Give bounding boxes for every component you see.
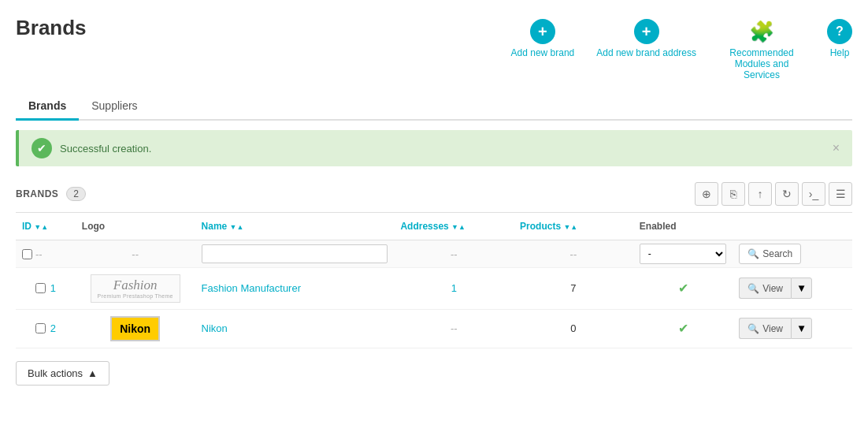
add-brand-icon: +	[530, 19, 555, 44]
col-header-id: ID ▼▲	[16, 213, 76, 240]
recommended-label: Recommended Modules and Services	[718, 47, 805, 80]
help-icon: ?	[827, 19, 852, 44]
close-banner-button[interactable]: ×	[833, 141, 840, 155]
row2-id-cell: 2	[16, 309, 76, 348]
name-sort-icon: ▼▲	[230, 223, 244, 231]
nikon-logo: Nikon	[110, 316, 160, 341]
bulk-caret-icon: ▲	[87, 367, 98, 379]
add-row-button[interactable]: ⊕	[695, 182, 718, 206]
terminal-button[interactable]: ›_	[802, 182, 825, 206]
row2-actions: 🔍 View ▼	[733, 309, 852, 348]
row1-addresses[interactable]: 1	[394, 268, 514, 310]
col-header-products: Products ▼▲	[514, 213, 633, 240]
row1-view-dropdown[interactable]: ▼	[791, 278, 812, 299]
row2-enabled: ✔	[633, 309, 733, 348]
filter-search-cell: 🔍 Search	[733, 240, 852, 268]
recommended-modules-button[interactable]: 🧩 Recommended Modules and Services	[718, 19, 805, 80]
success-banner: ✔ Successful creation. ×	[16, 130, 852, 166]
col-header-logo: Logo	[76, 213, 195, 240]
table-row: 1 Fashion Premium Prestashop Theme Fashi…	[16, 268, 852, 310]
col-header-addresses: Addresses ▼▲	[394, 213, 514, 240]
filter-addresses-cell: --	[394, 240, 514, 268]
row1-view-button[interactable]: 🔍 View	[739, 278, 791, 299]
products-sort-icon: ▼▲	[563, 223, 577, 231]
upload-button[interactable]: ↑	[748, 182, 772, 206]
row2-view-dropdown[interactable]: ▼	[791, 318, 812, 339]
row1-actions: 🔍 View ▼	[733, 268, 852, 310]
row1-id-cell: 1	[16, 268, 76, 310]
select-all-checkbox[interactable]	[22, 249, 32, 259]
search-label: Search	[762, 248, 792, 259]
col-header-actions	[733, 213, 852, 240]
row1-logo-cell: Fashion Premium Prestashop Theme	[76, 268, 195, 310]
table-title: BRANDS	[16, 188, 58, 199]
filter-name-cell	[195, 240, 395, 268]
table-header: BRANDS 2 ⊕ ⎘ ↑ ↻ ›_ ☰	[16, 176, 852, 213]
filter-enabled-cell: - Yes No	[633, 240, 733, 268]
add-new-brand-button[interactable]: + Add new brand	[511, 19, 575, 58]
search-icon: 🔍	[747, 248, 759, 259]
col-header-name: Name ▼▲	[195, 213, 395, 240]
filter-id-cell: --	[16, 240, 76, 268]
view-icon: 🔍	[747, 283, 759, 294]
help-button[interactable]: ? Help	[827, 19, 852, 58]
tab-brands[interactable]: Brands	[16, 93, 79, 121]
bulk-actions-label: Bulk actions	[28, 367, 83, 379]
columns-button[interactable]: ☰	[829, 182, 852, 206]
add-address-label: Add new brand address	[596, 47, 696, 58]
row2-addresses: --	[394, 309, 514, 348]
tab-suppliers[interactable]: Suppliers	[79, 93, 150, 121]
filter-logo-cell: --	[76, 240, 195, 268]
help-label: Help	[830, 47, 850, 58]
table-toolbar: ⊕ ⎘ ↑ ↻ ›_ ☰	[695, 182, 852, 206]
row2-view-button[interactable]: 🔍 View	[739, 318, 791, 339]
top-actions: + Add new brand + Add new brand address …	[511, 16, 852, 80]
fashion-logo: Fashion Premium Prestashop Theme	[91, 274, 180, 303]
col-header-enabled: Enabled	[633, 213, 733, 240]
row2-logo-cell: Nikon	[76, 309, 195, 348]
add-address-icon: +	[634, 19, 659, 44]
caret-down-icon: ▼	[796, 322, 807, 334]
row2-name: Nikon	[195, 309, 395, 348]
filter-products-cell: --	[514, 240, 633, 268]
row1-id[interactable]: 1	[50, 282, 56, 294]
filter-row: -- -- -- -- - Yes	[16, 240, 852, 268]
row1-enabled: ✔	[633, 268, 733, 310]
table-row: 2 Nikon Nikon -- 0 ✔ 🔍	[16, 309, 852, 348]
page-wrapper: Brands + Add new brand + Add new brand a…	[0, 0, 868, 447]
row2-id[interactable]: 2	[50, 322, 56, 334]
enabled-checkmark: ✔	[678, 281, 688, 295]
id-sort-icon: ▼▲	[34, 223, 48, 231]
refresh-button[interactable]: ↻	[775, 182, 799, 206]
success-icon: ✔	[32, 138, 52, 158]
copy-button[interactable]: ⎘	[721, 182, 745, 206]
add-brand-address-button[interactable]: + Add new brand address	[596, 19, 696, 58]
bulk-actions-button[interactable]: Bulk actions ▲	[16, 361, 109, 386]
row1-products: 7	[514, 268, 633, 310]
row1-name: Fashion Manufacturer	[195, 268, 395, 310]
row1-checkbox[interactable]	[35, 283, 46, 293]
row2-checkbox[interactable]	[35, 323, 46, 333]
enabled-checkmark: ✔	[678, 322, 688, 335]
brands-table: ID ▼▲ Logo Name ▼▲ Addresses ▼▲	[16, 213, 852, 348]
puzzle-icon: 🧩	[749, 19, 774, 44]
count-badge: 2	[66, 187, 86, 201]
search-button[interactable]: 🔍 Search	[739, 244, 801, 264]
addresses-sort-icon: ▼▲	[451, 223, 466, 231]
row2-products: 0	[514, 309, 633, 348]
name-filter-input[interactable]	[202, 244, 388, 263]
tabs: Brands Suppliers	[16, 93, 852, 121]
view-icon: 🔍	[747, 323, 759, 334]
top-header: Brands + Add new brand + Add new brand a…	[16, 16, 852, 80]
page-title: Brands	[16, 16, 87, 40]
caret-down-icon: ▼	[796, 282, 807, 294]
success-message: Successful creation.	[60, 143, 825, 155]
bulk-actions-section: Bulk actions ▲	[16, 361, 852, 386]
add-brand-label: Add new brand	[511, 47, 575, 58]
enabled-filter-select[interactable]: - Yes No	[640, 244, 726, 264]
